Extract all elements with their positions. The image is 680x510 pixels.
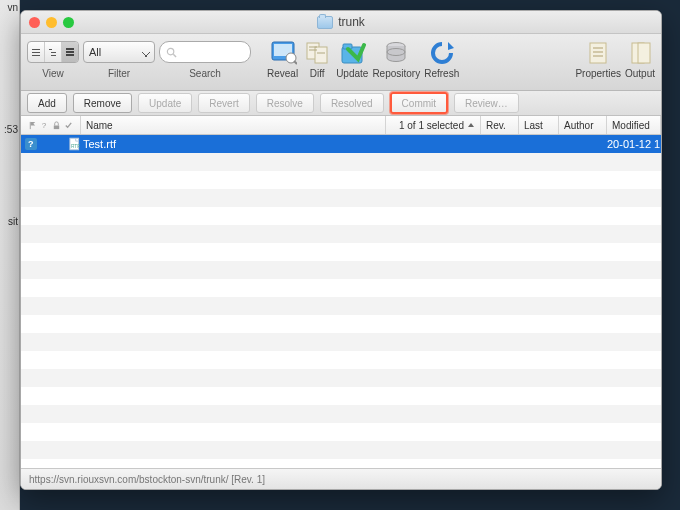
list-item <box>21 243 661 261</box>
svg-rect-25 <box>590 43 606 63</box>
svg-rect-2 <box>32 55 40 56</box>
svg-line-14 <box>294 61 297 64</box>
svg-text:RTF: RTF <box>70 144 79 149</box>
header-author[interactable]: Author <box>559 116 607 134</box>
svg-rect-30 <box>638 43 650 63</box>
action-button-row: Add Remove Update Revert Resolve Resolve… <box>21 91 661 116</box>
table-row[interactable]: ? RTF Test.rtf 20-01-12 1 <box>21 135 661 153</box>
add-button[interactable]: Add <box>27 93 67 113</box>
file-name: Test.rtf <box>81 138 481 150</box>
svg-rect-7 <box>66 51 74 53</box>
svg-text:?: ? <box>42 121 47 130</box>
update-action-button[interactable]: Update <box>138 93 192 113</box>
question-icon: ? <box>40 121 49 130</box>
svg-rect-4 <box>51 52 56 53</box>
list-item <box>21 171 661 189</box>
diff-icon <box>303 39 331 67</box>
list-item <box>21 405 661 423</box>
folder-icon <box>317 16 333 29</box>
svg-line-10 <box>173 54 176 57</box>
filter-select[interactable]: All <box>83 41 155 63</box>
list-item <box>21 333 661 351</box>
svg-rect-6 <box>66 48 74 50</box>
refresh-icon <box>428 39 456 67</box>
close-icon[interactable] <box>29 17 40 28</box>
list-item <box>21 351 661 369</box>
status-badge: ? <box>25 138 37 150</box>
main-window: trunk View All Filter <box>20 10 662 490</box>
toolbar: View All Filter Search Reveal <box>21 34 661 91</box>
minimize-icon[interactable] <box>46 17 57 28</box>
list-item <box>21 225 661 243</box>
file-list[interactable]: ? RTF Test.rtf 20-01-12 1 <box>21 135 661 468</box>
repository-button[interactable]: Repository <box>372 38 420 79</box>
svg-point-9 <box>167 48 173 54</box>
svg-rect-33 <box>54 125 59 129</box>
svg-rect-0 <box>32 49 40 50</box>
flag-icon <box>28 121 37 130</box>
svg-rect-31 <box>29 121 30 128</box>
search-input[interactable] <box>159 41 251 63</box>
diff-button[interactable]: Diff <box>302 38 332 79</box>
output-button[interactable]: Output <box>625 38 655 79</box>
sort-asc-icon <box>467 121 475 129</box>
svg-rect-8 <box>66 54 74 56</box>
list-item <box>21 153 661 171</box>
search-label: Search <box>189 68 221 79</box>
file-icon: RTF <box>68 137 81 151</box>
remove-button[interactable]: Remove <box>73 93 132 113</box>
list-item <box>21 441 661 459</box>
list-item <box>21 315 661 333</box>
svg-marker-24 <box>448 42 454 50</box>
output-icon <box>626 39 654 67</box>
update-icon <box>338 39 366 67</box>
repository-icon <box>382 39 410 67</box>
window-title: trunk <box>338 15 365 29</box>
filter-value: All <box>89 46 101 58</box>
list-item <box>21 189 661 207</box>
view-label: View <box>42 68 64 79</box>
header-status-icons[interactable]: ? <box>21 116 81 134</box>
list-item <box>21 261 661 279</box>
list-item <box>21 207 661 225</box>
lock-icon <box>52 121 61 130</box>
bg-time: :53 <box>0 124 20 135</box>
list-item <box>21 387 661 405</box>
properties-icon <box>584 39 612 67</box>
resolve-button[interactable]: Resolve <box>256 93 314 113</box>
view-mode-segmented[interactable] <box>27 41 79 63</box>
bg-header: vn <box>0 2 20 13</box>
refresh-button[interactable]: Refresh <box>424 38 459 79</box>
view-tree-icon[interactable] <box>45 42 62 62</box>
table-header: ? Name 1 of 1 selected Rev. Last Author … <box>21 116 661 135</box>
list-item <box>21 423 661 441</box>
resolved-button[interactable]: Resolved <box>320 93 384 113</box>
maximize-icon[interactable] <box>63 17 74 28</box>
status-bar: https://svn.riouxsvn.com/bstockton-svn/t… <box>21 468 661 489</box>
svg-rect-1 <box>32 52 40 53</box>
status-text: https://svn.riouxsvn.com/bstockton-svn/t… <box>29 474 265 485</box>
review-button[interactable]: Review… <box>454 93 519 113</box>
header-selected[interactable]: 1 of 1 selected <box>386 116 481 134</box>
properties-button[interactable]: Properties <box>575 38 621 79</box>
svg-rect-16 <box>315 47 327 63</box>
file-modified: 20-01-12 1 <box>607 138 661 150</box>
header-last[interactable]: Last <box>519 116 559 134</box>
header-rev[interactable]: Rev. <box>481 116 519 134</box>
view-list-icon[interactable] <box>62 42 78 62</box>
commit-button[interactable]: Commit <box>390 92 448 114</box>
update-button[interactable]: Update <box>336 38 368 79</box>
list-item <box>21 297 661 315</box>
bg-mid: sit <box>0 216 20 227</box>
check-icon <box>64 121 73 130</box>
list-item <box>21 279 661 297</box>
svg-rect-3 <box>49 49 52 50</box>
view-flat-icon[interactable] <box>28 42 45 62</box>
header-modified[interactable]: Modified <box>607 116 661 134</box>
search-icon <box>166 47 177 58</box>
header-name[interactable]: Name <box>81 116 386 134</box>
reveal-icon <box>269 39 297 67</box>
svg-rect-5 <box>51 55 56 56</box>
reveal-button[interactable]: Reveal <box>267 38 298 79</box>
revert-button[interactable]: Revert <box>198 93 249 113</box>
